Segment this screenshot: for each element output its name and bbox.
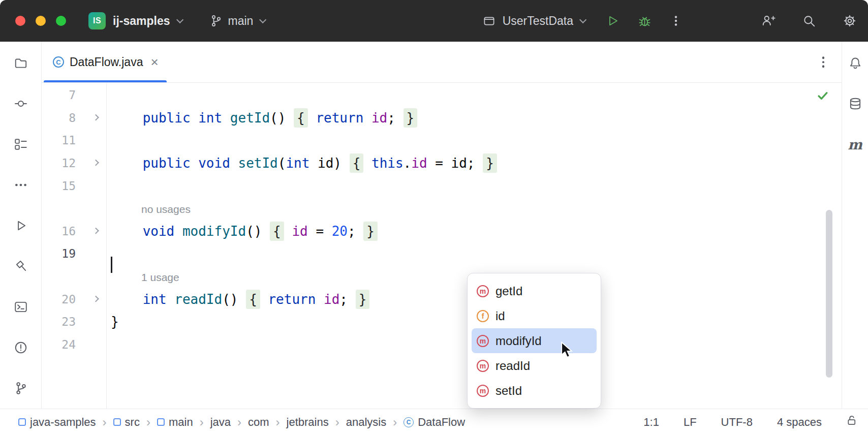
method-icon: m <box>477 360 489 372</box>
breadcrumb-label: java-samples <box>30 416 96 429</box>
breadcrumb-com[interactable]: com <box>248 416 269 429</box>
inlay-row: 1 usage <box>42 265 842 288</box>
member-item-id[interactable]: fid <box>472 303 597 328</box>
add-user-icon[interactable] <box>760 13 777 29</box>
gutter-cell[interactable]: 11 <box>42 134 106 147</box>
line-number[interactable]: 19 <box>61 247 76 260</box>
code-token: } <box>356 290 370 309</box>
chevron-down-icon[interactable] <box>579 16 586 23</box>
problems-icon[interactable] <box>11 337 31 358</box>
settings-gear-icon[interactable] <box>842 13 858 29</box>
gutter-cell[interactable]: 19 <box>42 247 106 260</box>
run-config-name[interactable]: UserTestData <box>503 14 573 28</box>
breadcrumb-main[interactable]: main <box>157 416 193 429</box>
usage-inlay-text[interactable]: 1 usage <box>141 271 179 283</box>
zoom-button[interactable] <box>56 16 66 26</box>
terminal-icon[interactable] <box>11 297 31 317</box>
gutter-cell[interactable]: 23 <box>42 315 106 328</box>
chevron-down-icon[interactable] <box>176 16 183 23</box>
line-number[interactable]: 7 <box>69 88 76 102</box>
code-line[interactable]: public int getId() { return id; } <box>106 110 842 126</box>
line-number[interactable]: 11 <box>61 134 76 147</box>
version-control-icon[interactable] <box>11 378 31 398</box>
line-number[interactable]: 24 <box>61 338 76 351</box>
debug-button[interactable] <box>636 13 653 29</box>
inspections-passed-icon[interactable] <box>817 91 828 103</box>
close-button[interactable] <box>15 16 25 26</box>
code-line[interactable]: public void setId(int id) { this.id = id… <box>106 156 842 171</box>
chevron-down-icon[interactable] <box>259 16 266 23</box>
encoding-widget[interactable]: UTF-8 <box>721 416 753 429</box>
member-label: readId <box>495 359 530 373</box>
fold-chevron-icon[interactable] <box>92 114 99 121</box>
editor-scrollbar[interactable] <box>826 210 832 378</box>
fold-chevron-icon[interactable] <box>92 228 99 234</box>
fold-chevron-icon[interactable] <box>92 160 99 166</box>
line-number[interactable]: 8 <box>69 111 76 125</box>
gutter-cell[interactable]: 8 <box>42 111 106 125</box>
gutter-cell[interactable]: 24 <box>42 338 106 351</box>
breadcrumb-src[interactable]: src <box>113 416 140 429</box>
build-icon[interactable] <box>11 256 31 276</box>
breadcrumb-analysis[interactable]: analysis <box>346 416 386 429</box>
line-number[interactable]: 16 <box>61 225 76 238</box>
minimize-button[interactable] <box>36 16 46 26</box>
caret-position-widget[interactable]: 1:1 <box>643 416 659 429</box>
line-number[interactable]: 15 <box>61 179 76 193</box>
code-line[interactable]: void modifyId() { id = 20; } <box>106 224 842 239</box>
run-tool-icon[interactable] <box>11 215 31 236</box>
breadcrumb-java-samples[interactable]: java-samples <box>18 416 96 429</box>
maven-icon[interactable]: m <box>845 134 865 154</box>
more-actions-kebab-icon[interactable] <box>668 13 684 29</box>
tab-options-kebab-icon[interactable] <box>822 56 825 68</box>
editor-rows: 78 public int getId() { return id; }1112… <box>42 84 842 356</box>
statusbar-widgets: 1:1 LF UTF-8 4 spaces <box>643 415 858 429</box>
code-token <box>111 156 143 171</box>
code-token: = <box>308 224 332 239</box>
structure-icon[interactable] <box>11 134 31 154</box>
gutter-cell[interactable]: 7 <box>42 88 106 102</box>
member-item-setId[interactable]: msetId <box>472 378 597 403</box>
search-icon[interactable] <box>801 13 817 29</box>
code-row: 23} <box>42 310 842 333</box>
code-token: id <box>292 224 307 239</box>
gutter-cell[interactable]: 12 <box>42 157 106 170</box>
usage-inlay-text[interactable]: no usages <box>141 203 191 215</box>
member-item-getId[interactable]: mgetId <box>472 278 597 303</box>
branch-name[interactable]: main <box>228 14 254 28</box>
fold-chevron-icon[interactable] <box>92 295 99 302</box>
tab-bar: C DataFlow.java × <box>42 42 842 83</box>
module-icon <box>157 418 165 426</box>
gutter-cell[interactable]: 15 <box>42 179 106 193</box>
gutter-cell[interactable]: 16 <box>42 225 106 238</box>
project-name[interactable]: ij-samples <box>113 14 170 28</box>
line-number[interactable]: 12 <box>61 157 76 170</box>
database-icon[interactable] <box>845 94 865 114</box>
gutter-cell[interactable]: 20 <box>42 293 106 306</box>
line-number[interactable]: 23 <box>61 315 76 328</box>
run-button[interactable] <box>605 13 621 29</box>
inlay-hint[interactable]: no usages <box>106 201 842 216</box>
breadcrumb-label: jetbrains <box>287 416 329 429</box>
more-tools-icon[interactable] <box>11 175 31 195</box>
code-editor[interactable]: 78 public int getId() { return id; }1112… <box>42 83 842 409</box>
tab-dataflow-java[interactable]: C DataFlow.java × <box>44 42 167 82</box>
project-folder-icon[interactable] <box>11 53 31 73</box>
breadcrumb-jetbrains[interactable]: jetbrains <box>287 416 329 429</box>
unlocked-padlock-icon[interactable] <box>846 415 858 429</box>
breadcrumb-DataFlow[interactable]: CDataFlow <box>404 416 465 429</box>
commit-icon[interactable] <box>11 94 31 114</box>
tab-close-icon[interactable]: × <box>150 55 158 69</box>
line-number[interactable]: 20 <box>61 293 76 306</box>
indent-widget[interactable]: 4 spaces <box>777 416 822 429</box>
member-label: modifyId <box>495 334 542 348</box>
code-token: = id; <box>427 156 483 171</box>
notifications-bell-icon[interactable] <box>845 53 865 73</box>
line-separator-widget[interactable]: LF <box>684 416 697 429</box>
member-item-readId[interactable]: mreadId <box>472 353 597 378</box>
code-token <box>284 224 292 239</box>
breadcrumb-java[interactable]: java <box>210 416 231 429</box>
member-item-modifyId[interactable]: mmodifyId <box>472 328 597 353</box>
code-token <box>191 110 199 126</box>
code-row: 15 <box>42 174 842 197</box>
